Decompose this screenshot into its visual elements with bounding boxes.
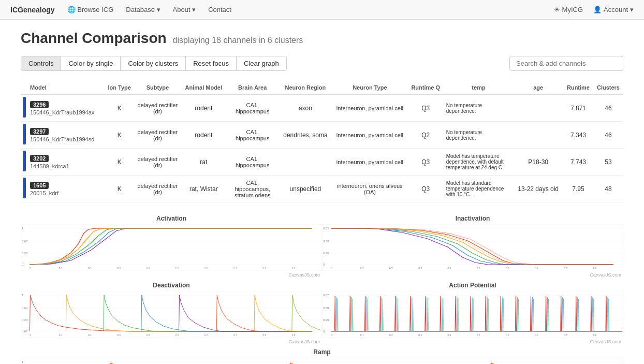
animal-model-cell: rodent (181, 94, 227, 122)
neuron-type-cell: interneuron, pyramidal cell (332, 122, 407, 149)
tab-reset-focus[interactable]: Reset focus (186, 56, 237, 70)
runtime-cell: 7.743 (563, 149, 593, 176)
svg-text:0.2: 0.2 (389, 334, 393, 337)
animal-model-cell: rodent (181, 122, 227, 149)
ion-type-cell: K (104, 149, 134, 176)
nav-browse-icg[interactable]: 🌐 Browse ICG (67, 6, 114, 13)
svg-text:0.6: 0.6 (506, 334, 509, 337)
col-neuron-type: Neuron Type (332, 81, 407, 94)
nav-myicg[interactable]: ☀ MyICG (554, 6, 583, 13)
search-input[interactable] (509, 56, 623, 71)
age-cell (513, 122, 563, 149)
tab-clear-graph[interactable]: Clear graph (237, 56, 286, 70)
svg-text:0: 0 (30, 267, 31, 270)
clusters-cell: 48 (593, 176, 623, 202)
model-cell: 3202 144589_kdrca1 (28, 149, 104, 176)
page-content: Channel Comparison displaying 18 channel… (0, 20, 644, 364)
svg-text:1: 1 (22, 360, 23, 363)
temp-cell: Model has temperature dependence, with d… (444, 149, 514, 176)
neuron-type-cell: interneuron, pyramidal cell (332, 94, 407, 122)
nav-right: ☀ MyICG 👤 Account ▾ (554, 6, 634, 13)
nav-brand: ICGenealogy (10, 6, 55, 14)
svg-text:0.8: 0.8 (263, 334, 267, 337)
model-name: 150446_KdrTraub1994ax (30, 109, 102, 115)
tab-controls[interactable]: Controls (21, 56, 61, 70)
controls-tabs: Controls Color by single Color by cluste… (21, 56, 287, 71)
model-badge: 3296 (30, 101, 49, 108)
svg-text:0.5: 0.5 (175, 334, 179, 337)
col-age: age (513, 81, 563, 94)
svg-text:0.1: 0.1 (360, 267, 364, 270)
chart-activation: Activation 1 0.67 0.33 0 (21, 211, 322, 278)
svg-text:0.1: 0.1 (59, 267, 63, 270)
svg-text:0.83: 0.83 (323, 227, 329, 230)
ion-type-cell: K (104, 122, 134, 149)
svg-text:0.67: 0.67 (22, 240, 27, 243)
svg-text:0.3: 0.3 (117, 267, 121, 270)
col-animal-model: Animal Model (181, 81, 227, 94)
col-neuron-region: Neuron Region (279, 81, 332, 94)
svg-text:0.6: 0.6 (506, 267, 509, 270)
age-cell: 13-22 days old (513, 176, 563, 202)
svg-text:0.56: 0.56 (323, 240, 329, 243)
svg-text:0.2: 0.2 (389, 267, 393, 270)
col-model: Model (28, 81, 104, 94)
tab-color-clusters[interactable]: Color by clusters (121, 56, 186, 70)
svg-text:0.58: 0.58 (323, 307, 329, 310)
action-potential-title: Action Potential (322, 282, 623, 289)
nav-account[interactable]: 👤 Account ▾ (593, 6, 634, 13)
chart-ramp: Ramp 1 0.66 0.33 0 (21, 344, 623, 364)
inactivation-credit: CanvasJS.com (322, 272, 623, 278)
age-cell (513, 94, 563, 122)
model-badge: 1605 (30, 182, 49, 189)
runtime-q-cell: Q3 (407, 94, 444, 122)
model-cell: 3296 150446_KdrTraub1994ax (28, 94, 104, 122)
svg-text:0: 0 (30, 334, 31, 337)
neuron-region-cell (279, 149, 332, 176)
svg-text:0.8: 0.8 (564, 334, 568, 337)
svg-text:0: 0 (331, 267, 332, 270)
brain-area-cell: CA1, hippocampus (227, 94, 279, 122)
neuron-region-cell: axon (279, 94, 332, 122)
activation-title: Activation (21, 215, 322, 222)
neuron-type-cell: interneuron, oriens alveus (OA) (332, 176, 407, 202)
deactivation-credit: CanvasJS.com (21, 339, 322, 344)
runtime-cell: 7.343 (563, 122, 593, 149)
svg-text:0.1: 0.1 (360, 334, 364, 337)
clusters-cell: 46 (593, 122, 623, 149)
svg-rect-19 (322, 224, 623, 271)
svg-text:0.7: 0.7 (233, 267, 237, 270)
svg-text:0.9: 0.9 (292, 267, 296, 270)
col-clusters: Clusters (593, 81, 623, 94)
chart-action-potential: Action Potential 0.87 0.58 0.29 0 (322, 278, 623, 344)
svg-text:0.3: 0.3 (418, 267, 422, 270)
svg-rect-0 (21, 224, 322, 271)
subtype-cell: delayed rectifier (dr) (135, 176, 181, 202)
action-potential-credit: CanvasJS.com (322, 339, 623, 344)
neuron-region-cell: dendrites, soma (279, 122, 332, 149)
tab-color-single[interactable]: Color by single (61, 56, 121, 70)
svg-text:0.9: 0.9 (292, 334, 296, 337)
svg-text:0.2: 0.2 (88, 334, 92, 337)
svg-text:0.4: 0.4 (147, 334, 150, 337)
account-icon: 👤 (593, 6, 602, 13)
navbar: ICGenealogy 🌐 Browse ICG Database ▾ Abou… (0, 0, 644, 20)
col-temp: temp (444, 81, 514, 94)
animal-model-cell: rat (181, 149, 227, 176)
runtime-cell: 7.871 (563, 94, 593, 122)
charts-grid: Activation 1 0.67 0.33 0 (21, 211, 623, 344)
temp-cell: Model has standard temperature dependenc… (444, 176, 514, 202)
svg-text:1: 1 (22, 227, 23, 230)
inactivation-chart: 0.83 0.56 0.28 0 0 0.1 0.2 (322, 224, 623, 271)
nav-contact[interactable]: Contact (208, 6, 231, 13)
ramp-chart: 1 0.66 0.33 0 0 0.1 0.2 (21, 358, 623, 364)
table-row: 3296 150446_KdrTraub1994ax K delayed rec… (21, 94, 623, 122)
svg-text:0.29: 0.29 (323, 318, 329, 322)
nav-database[interactable]: Database ▾ (126, 6, 160, 13)
ion-type-cell: K (104, 176, 134, 202)
runtime-cell: 7.95 (563, 176, 593, 202)
clusters-cell: 46 (593, 94, 623, 122)
col-runtime: Runtime (563, 81, 593, 94)
clusters-cell: 53 (593, 149, 623, 176)
nav-about[interactable]: About ▾ (173, 6, 196, 13)
